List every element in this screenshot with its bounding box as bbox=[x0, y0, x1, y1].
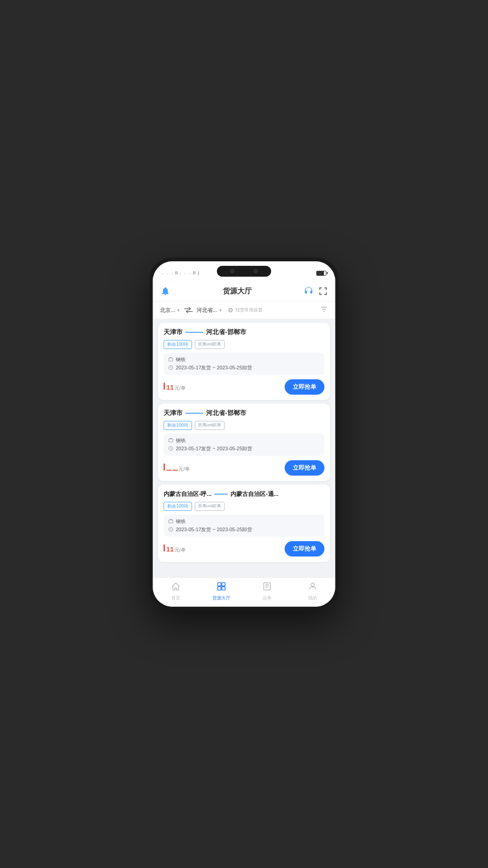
svg-rect-6 bbox=[217, 583, 221, 586]
nav-item-hall[interactable]: 货源大厅 bbox=[198, 581, 244, 601]
from-city-2: 天津市 bbox=[164, 409, 183, 417]
nav-item-profile[interactable]: 我的 bbox=[290, 581, 335, 601]
to-city-3: 内蒙古自治区-通... bbox=[230, 490, 278, 498]
cargo-icon-1 bbox=[168, 357, 174, 363]
price-unit-1: 元/单 bbox=[174, 385, 186, 392]
svg-rect-7 bbox=[221, 583, 225, 586]
card-route-3: 内蒙古自治区-呼... 内蒙古自治区-通... bbox=[164, 490, 324, 498]
home-icon bbox=[171, 581, 181, 594]
battery-icon bbox=[316, 271, 326, 276]
bottom-nav: 首页 货源大厅 bbox=[153, 577, 335, 607]
origin-selector[interactable]: 北京... ▼ bbox=[160, 307, 180, 314]
to-city-2: 河北省-邯郸市 bbox=[206, 409, 246, 417]
status-battery bbox=[316, 271, 326, 276]
cargo-type-row-2: 钢铁 bbox=[168, 437, 320, 444]
destination-dropdown-arrow: ▼ bbox=[219, 308, 222, 312]
cargo-type-1: 钢铁 bbox=[176, 356, 186, 363]
grab-order-btn-1[interactable]: 立即抢单 bbox=[285, 379, 324, 395]
nav-item-orders[interactable]: 运单 bbox=[244, 581, 290, 601]
cargo-type-2: 钢铁 bbox=[176, 437, 186, 444]
nav-label-profile: 我的 bbox=[308, 595, 317, 601]
filter-icon[interactable] bbox=[320, 305, 328, 315]
tag-distance-2: 距离unit距离 bbox=[195, 421, 225, 430]
card-route-2: 天津市 河北省-邯郸市 bbox=[164, 409, 324, 417]
price-unit-2: 元/单 bbox=[178, 466, 190, 472]
tag-distance-3: 距离unit距离 bbox=[195, 502, 225, 511]
tag-remaining-2: 剩余100吨 bbox=[164, 421, 192, 430]
headphone-icon[interactable] bbox=[304, 286, 314, 297]
date-range-1: 2023-05-17发货 ~ 2023-05-25卸货 bbox=[176, 364, 252, 371]
date-range-row-2: 2023-05-17发货 ~ 2023-05-25卸货 bbox=[168, 445, 320, 452]
page-title: 货源大厅 bbox=[171, 287, 304, 296]
phone-frame: ﹅﹅﹅ll ﹅﹅﹅ll ∣ 货源大厅 bbox=[149, 258, 339, 610]
card-tags-3: 剩余100吨 距离unit距离 bbox=[164, 502, 324, 511]
clock-icon-1 bbox=[168, 365, 174, 371]
destination-selector[interactable]: 河北省... ▼ bbox=[197, 307, 222, 314]
svg-point-11 bbox=[311, 583, 314, 586]
app-header: 货源大厅 bbox=[153, 281, 335, 302]
svg-rect-9 bbox=[221, 587, 225, 590]
destination-text: 河北省... bbox=[197, 307, 217, 314]
date-range-3: 2023-05-17发货 ~ 2023-05-25卸货 bbox=[176, 526, 252, 533]
search-settings-btn[interactable]: ⚙ 找货常用设置 bbox=[228, 307, 263, 314]
from-city-3: 内蒙古自治区-呼... bbox=[164, 490, 211, 498]
clock-icon-3 bbox=[168, 527, 174, 533]
hall-icon bbox=[216, 581, 226, 594]
to-city-1: 河北省-邯郸市 bbox=[206, 328, 246, 336]
notification-bell-icon[interactable] bbox=[160, 286, 171, 297]
header-left bbox=[160, 286, 171, 297]
card-route-1: 天津市 河北省-邯郸市 bbox=[164, 328, 324, 336]
origin-text: 北京... bbox=[160, 307, 175, 314]
clock-icon-2 bbox=[168, 446, 174, 452]
grab-order-btn-3[interactable]: 立即抢单 bbox=[285, 541, 324, 557]
price-unit-3: 元/单 bbox=[174, 547, 186, 553]
content-area: 天津市 河北省-邯郸市 剩余100吨 距离unit距离 钢铁 bbox=[153, 319, 335, 577]
card-footer-3: 11 元/单 立即抢单 bbox=[164, 541, 324, 557]
gear-icon: ⚙ bbox=[228, 307, 234, 314]
date-range-row-3: 2023-05-17发货 ~ 2023-05-25卸货 bbox=[168, 526, 320, 533]
route-swap-icon[interactable] bbox=[184, 307, 193, 313]
settings-label: 找货常用设置 bbox=[235, 307, 263, 313]
camera-right bbox=[253, 269, 258, 274]
tag-remaining-3: 剩余100吨 bbox=[164, 502, 192, 511]
grab-order-btn-2[interactable]: 立即抢单 bbox=[285, 460, 324, 476]
card-info-3: 钢铁 2023-05-17发货 ~ 2023-05-25卸货 bbox=[164, 514, 324, 537]
price-3: 11 元/单 bbox=[164, 544, 186, 553]
phone-screen: ﹅﹅﹅ll ﹅﹅﹅ll ∣ 货源大厅 bbox=[153, 261, 335, 607]
card-info-2: 钢铁 2023-05-17发货 ~ 2023-05-25卸货 bbox=[164, 434, 324, 456]
card-footer-1: 11 元/单 立即抢单 bbox=[164, 379, 324, 395]
cargo-type-row-3: 钢铁 bbox=[168, 518, 320, 525]
card-info-1: 钢铁 2023-05-17发货 ~ 2023-05-25卸货 bbox=[164, 353, 324, 375]
scan-icon[interactable] bbox=[318, 286, 328, 296]
price-1: 11 元/单 bbox=[164, 382, 186, 392]
svg-rect-10 bbox=[263, 583, 270, 590]
cargo-card-2: 天津市 河北省-邯郸市 剩余100吨 距离unit距离 钢铁 bbox=[158, 404, 330, 481]
svg-rect-0 bbox=[169, 358, 173, 361]
filter-bar: 北京... ▼ 河北省... ▼ ⚙ 找货常用设置 bbox=[153, 302, 335, 319]
cargo-type-3: 钢铁 bbox=[176, 518, 186, 525]
date-range-row-1: 2023-05-17发货 ~ 2023-05-25卸货 bbox=[168, 364, 320, 371]
price-number-3: 11 bbox=[166, 545, 174, 553]
card-footer-2: 元/单 立即抢单 bbox=[164, 460, 324, 476]
nav-label-home: 首页 bbox=[171, 595, 180, 601]
profile-icon bbox=[308, 581, 318, 594]
tag-remaining-1: 剩余100吨 bbox=[164, 340, 192, 349]
svg-rect-4 bbox=[169, 520, 173, 523]
svg-rect-2 bbox=[169, 439, 173, 442]
cargo-card-1: 天津市 河北省-邯郸市 剩余100吨 距离unit距离 钢铁 bbox=[158, 323, 330, 400]
cargo-card-3: 内蒙古自治区-呼... 内蒙古自治区-通... 剩余100吨 距离unit距离 bbox=[158, 485, 330, 562]
camera-left bbox=[230, 269, 235, 274]
nav-label-hall: 货源大厅 bbox=[212, 595, 230, 601]
price-2: 元/单 bbox=[164, 463, 190, 472]
orders-icon bbox=[262, 581, 272, 594]
status-signal: ﹅﹅﹅ll ﹅﹅﹅ll ∣ bbox=[162, 270, 200, 276]
cargo-icon-3 bbox=[168, 519, 174, 525]
origin-dropdown-arrow: ▼ bbox=[177, 308, 180, 312]
cargo-type-row-1: 钢铁 bbox=[168, 356, 320, 363]
header-right bbox=[304, 286, 328, 297]
date-range-2: 2023-05-17发货 ~ 2023-05-25卸货 bbox=[176, 445, 252, 452]
nav-item-home[interactable]: 首页 bbox=[153, 581, 198, 601]
tag-distance-1: 距离unit距离 bbox=[195, 340, 225, 349]
price-number-1: 11 bbox=[166, 383, 174, 391]
from-city-1: 天津市 bbox=[164, 328, 183, 336]
